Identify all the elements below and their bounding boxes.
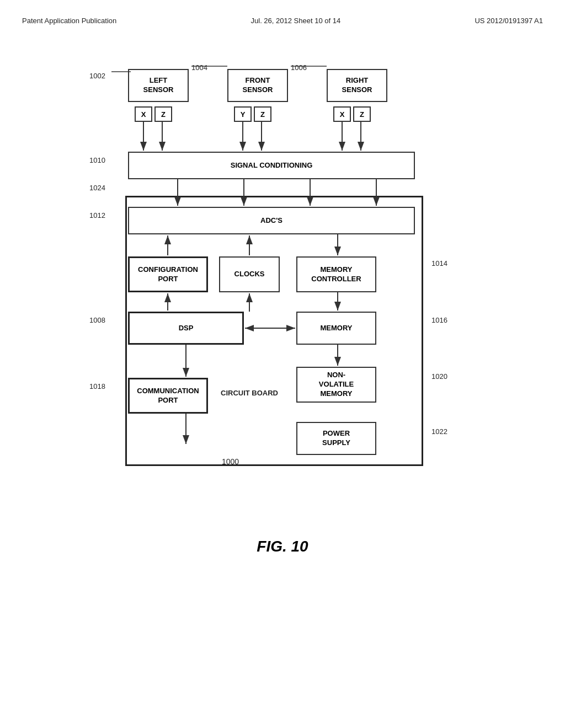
header-date: Jul. 26, 2012 Sheet 10 of 14	[251, 17, 341, 25]
label-1000: 1000	[222, 457, 239, 466]
label-1022: 1022	[431, 427, 447, 436]
page-header: Patent Application Publication Jul. 26, …	[22, 11, 543, 25]
label-1008: 1008	[89, 316, 105, 324]
right-sensor-label: RIGHT SENSOR	[342, 76, 372, 95]
label-1004: 1004	[191, 63, 207, 72]
left-sensor-channels: X Z	[135, 106, 172, 122]
front-sensor-box: FRONT SENSOR	[227, 69, 288, 102]
signal-conditioning-label: SIGNAL CONDITIONING	[231, 161, 313, 170]
right-sensor-box: RIGHT SENSOR	[327, 69, 387, 102]
header-publication: Patent Application Publication	[22, 17, 116, 25]
power-supply-label: POWER SUPPLY	[322, 429, 350, 448]
diagram: 1002 1004 1006 1010 1024 1012 1014 1008 …	[95, 41, 470, 527]
label-1010: 1010	[89, 156, 105, 164]
clocks-box: CLOCKS	[219, 256, 280, 292]
non-volatile-box: NON- VOLATILE MEMORY	[296, 367, 376, 403]
power-supply-box: POWER SUPPLY	[296, 422, 376, 455]
front-sensor-label: FRONT SENSOR	[243, 76, 273, 95]
left-sensor-label: LEFT SENSOR	[143, 76, 174, 95]
circuit-board-label: CIRCUIT BOARD	[219, 389, 280, 398]
label-1020: 1020	[431, 372, 447, 381]
page: Patent Application Publication Jul. 26, …	[0, 0, 565, 728]
label-1018: 1018	[89, 382, 105, 390]
left-sensor-x: X	[135, 106, 152, 122]
config-port-label: CONFIGURATION PORT	[138, 265, 198, 284]
memory-box: MEMORY	[296, 312, 376, 345]
comm-port-box: COMMUNICATION PORT	[128, 378, 208, 414]
label-1012: 1012	[89, 211, 105, 220]
memory-controller-box: MEMORY CONTROLLER	[296, 256, 376, 292]
header-patent: US 2012/0191397 A1	[475, 17, 543, 25]
label-1006: 1006	[291, 63, 307, 72]
dsp-box: DSP	[128, 312, 244, 345]
label-1002: 1002	[89, 72, 105, 80]
right-sensor-x: X	[333, 106, 351, 122]
dsp-label: DSP	[179, 324, 194, 333]
right-sensor-z: Z	[353, 106, 371, 122]
right-sensor-channels: X Z	[333, 106, 371, 122]
comm-port-label: COMMUNICATION PORT	[137, 387, 199, 405]
label-1016: 1016	[431, 316, 447, 324]
clocks-label: CLOCKS	[234, 270, 265, 279]
label-1024: 1024	[89, 184, 105, 192]
left-sensor-box: LEFT SENSOR	[128, 69, 189, 102]
front-sensor-y: Y	[234, 106, 252, 122]
label-1014: 1014	[431, 259, 447, 267]
left-sensor-z: Z	[154, 106, 172, 122]
config-port-box: CONFIGURATION PORT	[128, 256, 208, 292]
signal-conditioning-box: SIGNAL CONDITIONING	[128, 152, 415, 179]
memory-label: MEMORY	[320, 324, 352, 333]
front-sensor-channels: Y Z	[234, 106, 271, 122]
non-volatile-label: NON- VOLATILE MEMORY	[319, 371, 354, 399]
front-sensor-z: Z	[254, 106, 271, 122]
figure-label: FIG. 10	[22, 538, 543, 555]
memory-controller-label: MEMORY CONTROLLER	[311, 265, 361, 284]
